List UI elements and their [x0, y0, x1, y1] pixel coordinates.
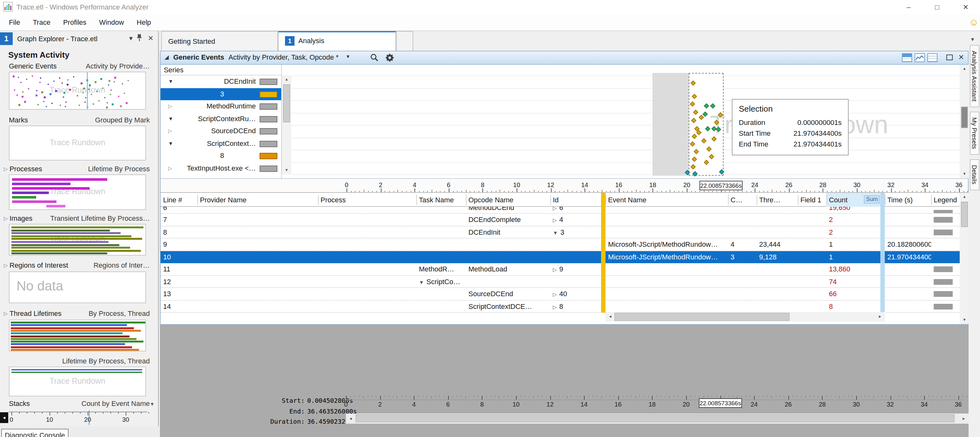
timeline-scrollbar[interactable]: ◄ ► — [346, 413, 969, 424]
display-table-only-icon[interactable] — [928, 53, 937, 62]
graph-thumbnail[interactable]: No data — [9, 271, 146, 303]
tab-getting-started[interactable]: Getting Started — [161, 31, 278, 51]
graph-thumbnail[interactable]: Trace Rundown — [9, 224, 146, 256]
expander-icon[interactable]: ▷ — [553, 304, 557, 310]
preset-dropdown-icon[interactable]: ▾ — [347, 53, 349, 60]
table-row[interactable]: 10Microsoft-JScript/MethodRundow…39,1281… — [161, 251, 960, 263]
maximize-view-icon[interactable] — [947, 55, 953, 60]
scrollbar-thumb[interactable] — [614, 313, 789, 321]
scroll-down-icon[interactable]: ▼ — [960, 316, 969, 324]
scrollbar-thumb[interactable] — [283, 84, 290, 122]
scrollbar-thumb[interactable] — [355, 414, 955, 423]
section-system-activity[interactable]: System Activity — [8, 50, 70, 60]
expander-icon[interactable]: ▷ — [168, 125, 172, 137]
graph-preset-selector[interactable]: Activity by Provider, Task, Opcode * — [229, 53, 339, 61]
column-header-event[interactable]: Event Name — [606, 193, 728, 207]
series-row[interactable]: ▼DCEndInit — [161, 76, 281, 88]
scroll-left-icon[interactable]: ◄ — [346, 413, 355, 424]
table-row[interactable]: 7DCEndComplete▷42 — [161, 214, 960, 226]
expander-icon[interactable]: ▷ — [168, 162, 172, 174]
menu-help[interactable]: Help — [130, 14, 158, 30]
close-button[interactable]: ✕ — [951, 0, 980, 14]
column-header-time[interactable]: Time (s) — [885, 193, 931, 207]
series-row[interactable]: ▼ScriptContextRu… — [161, 112, 281, 125]
series-row[interactable]: 3 — [161, 88, 281, 100]
expander-icon[interactable]: ▷ — [553, 292, 557, 298]
graph-row[interactable]: ▷ProcessesLifetime By Process — [4, 164, 150, 174]
table-row[interactable]: 11MethodR…MethodLoad▷913,860 — [161, 263, 960, 276]
side-tab-my-presets[interactable]: My Presets — [969, 112, 979, 155]
scroll-down-chevron-icon[interactable]: ▾ — [151, 401, 154, 407]
column-header-provider[interactable]: Provider Name — [197, 193, 318, 207]
scroll-up-icon[interactable]: ▲ — [960, 193, 969, 201]
close-view-icon[interactable]: ✕ — [958, 53, 964, 62]
column-header-field1[interactable]: Field 1 — [798, 193, 826, 207]
minimize-button[interactable]: – — [894, 0, 923, 14]
tab-overflow-icon[interactable]: ▾ — [971, 36, 974, 43]
maximize-button[interactable]: □ — [923, 0, 951, 14]
series-row[interactable]: ▷TextInputHost.exe <… — [161, 162, 281, 174]
scrollbar-thumb[interactable] — [961, 202, 968, 227]
tab-stub[interactable] — [396, 31, 413, 51]
expander-icon[interactable]: ▷ — [553, 267, 557, 273]
scroll-up-icon[interactable]: ▲ — [960, 65, 969, 73]
graph-thumbnail[interactable]: Trace Rundown — [9, 125, 146, 160]
graph-thumbnail[interactable]: Trace Rundown — [9, 72, 146, 110]
column-header-c[interactable]: C… — [728, 193, 757, 207]
column-header-id[interactable]: Id — [550, 193, 601, 207]
graph-thumbnail[interactable]: Trace Rundown — [9, 174, 146, 210]
column-header-line[interactable]: Line # — [161, 193, 197, 207]
tab-analysis[interactable]: 1Analysis — [278, 31, 396, 51]
timeline-marker[interactable]: 22.008573366s — [699, 398, 742, 408]
table-row[interactable]: 8DCEndInit▼32 — [161, 226, 960, 239]
expander-icon[interactable]: ▼ — [553, 230, 558, 236]
scroll-up-icon[interactable]: ▲ — [282, 76, 291, 84]
graph-row[interactable]: Generic EventsActivity by Provide… — [4, 62, 150, 71]
table-row[interactable]: 6MethodDCEnd▷619,650 — [161, 207, 960, 214]
expander-icon[interactable]: ▷ — [553, 207, 557, 211]
column-header-process[interactable]: Process — [318, 193, 416, 207]
scroll-right-icon[interactable]: ► — [875, 312, 885, 321]
feedback-smiley-icon[interactable]: ☺ — [969, 16, 979, 27]
table-horizontal-scrollbar[interactable]: ◄► — [606, 312, 885, 321]
expander-icon[interactable]: ▷ — [4, 164, 8, 174]
table-row[interactable]: 9Microsoft-JScript/MethodRundow…423,4441… — [161, 239, 960, 251]
expander-icon[interactable]: ▷ — [4, 261, 8, 270]
column-header-thread[interactable]: Thre… — [757, 193, 798, 207]
menu-file[interactable]: File — [3, 14, 26, 30]
expander-icon[interactable]: ▼ — [168, 76, 173, 88]
side-tab-analysis-assistant[interactable]: Analysis Assistant — [969, 45, 979, 107]
scrollbar-thumb[interactable] — [961, 106, 968, 128]
series-scrollbar[interactable]: ▲▼ — [282, 76, 291, 174]
column-header-legend[interactable]: Legend — [931, 193, 960, 207]
dropdown-chevron-icon[interactable]: ▾ — [129, 34, 133, 43]
series-row[interactable]: 8 — [161, 150, 281, 162]
timeline-marker[interactable]: 22.008573366s — [700, 181, 743, 190]
search-icon[interactable] — [370, 53, 378, 63]
menu-trace[interactable]: Trace — [26, 14, 56, 30]
table-vertical-scrollbar[interactable]: ▲▼ — [960, 193, 969, 324]
table-row[interactable]: 13SourceDCEnd▷4066 — [161, 288, 960, 300]
display-graph-and-table-icon[interactable] — [902, 53, 912, 62]
expander-icon[interactable]: ▼ — [419, 279, 424, 285]
aggregation-mode[interactable]: Sum — [864, 195, 880, 204]
scroll-left-icon[interactable]: ◄ — [606, 312, 615, 321]
column-header-task[interactable]: Task Name — [416, 193, 466, 207]
table-row[interactable]: 12▼ScriptCo…74 — [161, 276, 960, 288]
collapse-graph-icon[interactable]: ◢ — [164, 54, 169, 60]
events-graph[interactable]: Trace RundownSelectionDuration0.00000000… — [291, 65, 960, 178]
expander-icon[interactable]: ▷ — [168, 100, 172, 112]
graph-row[interactable]: ▷Thread LifetimesBy Process, Thread — [4, 309, 150, 318]
dock-icon[interactable]: ◂ — [0, 412, 8, 423]
trace-timeline-ruler[interactable]: 02468101214161820222426283032343622.0085… — [160, 394, 969, 412]
diagnostic-console-button[interactable]: Diagnostic Console — [1, 429, 68, 437]
graph-thumbnail[interactable]: Trace Rundown — [9, 367, 146, 396]
scroll-down-icon[interactable]: ▼ — [282, 166, 291, 174]
scroll-down-icon[interactable]: ▼ — [960, 170, 969, 178]
close-panel-icon[interactable]: ✕ — [148, 34, 154, 43]
menu-profiles[interactable]: Profiles — [57, 14, 93, 30]
expander-icon[interactable]: ▼ — [168, 112, 173, 125]
settings-gear-icon[interactable] — [385, 53, 394, 63]
scroll-right-icon[interactable]: ► — [959, 413, 969, 424]
graph-scrollbar[interactable]: ▲▼ — [960, 65, 969, 178]
